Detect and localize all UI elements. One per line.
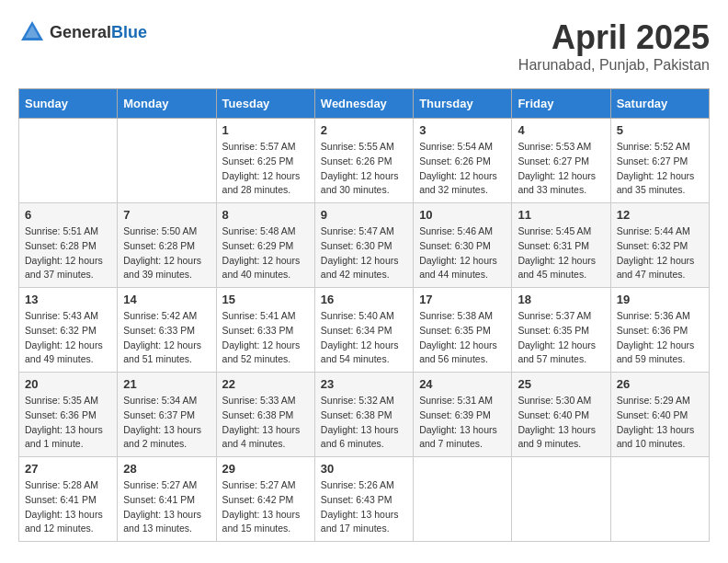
sunset-text: Sunset: 6:35 PM [419,325,491,336]
daylight-text: Daylight: 13 hours and 4 minutes. [222,424,301,450]
sunset-text: Sunset: 6:33 PM [222,325,294,336]
calendar-cell [414,457,512,542]
sunset-text: Sunset: 6:43 PM [321,494,392,505]
calendar-cell: 1 Sunrise: 5:57 AM Sunset: 6:25 PM Dayli… [216,119,314,203]
cell-details: Sunrise: 5:45 AM Sunset: 6:31 PM Dayligh… [518,224,604,282]
day-number: 18 [518,293,604,306]
cell-details: Sunrise: 5:36 AM Sunset: 6:36 PM Dayligh… [617,309,703,367]
logo: GeneralBlue [18,18,147,46]
day-number: 8 [222,208,309,222]
daylight-text: Daylight: 12 hours and 37 minutes. [25,255,103,281]
sunrise-text: Sunrise: 5:42 AM [123,310,197,321]
calendar-cell: 14 Sunrise: 5:42 AM Sunset: 6:33 PM Dayl… [118,288,216,373]
cell-details: Sunrise: 5:44 AM Sunset: 6:32 PM Dayligh… [617,224,703,282]
calendar-week-row: 1 Sunrise: 5:57 AM Sunset: 6:25 PM Dayli… [19,119,710,203]
calendar-table: Sunday Monday Tuesday Wednesday Thursday… [18,88,710,542]
sunset-text: Sunset: 6:33 PM [123,325,195,336]
daylight-text: Daylight: 12 hours and 30 minutes. [321,170,399,196]
cell-details: Sunrise: 5:42 AM Sunset: 6:33 PM Dayligh… [123,309,210,367]
cell-details: Sunrise: 5:28 AM Sunset: 6:41 PM Dayligh… [25,478,111,536]
calendar-week-row: 27 Sunrise: 5:28 AM Sunset: 6:41 PM Dayl… [19,457,710,542]
daylight-text: Daylight: 13 hours and 9 minutes. [518,424,596,450]
sunset-text: Sunset: 6:28 PM [123,240,195,251]
calendar-cell: 23 Sunrise: 5:32 AM Sunset: 6:38 PM Dayl… [314,373,413,457]
calendar-cell: 19 Sunrise: 5:36 AM Sunset: 6:36 PM Dayl… [610,288,709,373]
day-number: 13 [25,293,111,306]
sunrise-text: Sunrise: 5:43 AM [25,310,98,321]
sunrise-text: Sunrise: 5:45 AM [518,225,591,236]
day-number: 23 [321,377,407,391]
calendar-cell: 6 Sunrise: 5:51 AM Sunset: 6:28 PM Dayli… [19,203,118,288]
day-number: 22 [222,377,309,391]
col-saturday: Saturday [610,89,709,119]
sunrise-text: Sunrise: 5:32 AM [321,395,394,406]
sunrise-text: Sunrise: 5:41 AM [222,310,296,321]
cell-details: Sunrise: 5:51 AM Sunset: 6:28 PM Dayligh… [25,224,111,282]
cell-details: Sunrise: 5:29 AM Sunset: 6:40 PM Dayligh… [617,394,703,452]
sunrise-text: Sunrise: 5:44 AM [617,225,690,236]
calendar-cell [610,457,709,542]
cell-details: Sunrise: 5:37 AM Sunset: 6:35 PM Dayligh… [518,309,604,367]
sunset-text: Sunset: 6:41 PM [25,494,97,505]
sunrise-text: Sunrise: 5:37 AM [518,310,591,321]
calendar-week-row: 20 Sunrise: 5:35 AM Sunset: 6:36 PM Dayl… [19,373,710,457]
calendar-header-row: Sunday Monday Tuesday Wednesday Thursday… [19,89,710,119]
day-number: 26 [617,377,703,391]
calendar-cell: 12 Sunrise: 5:44 AM Sunset: 6:32 PM Dayl… [610,203,709,288]
calendar-cell: 11 Sunrise: 5:45 AM Sunset: 6:31 PM Dayl… [512,203,610,288]
sunset-text: Sunset: 6:28 PM [25,240,97,251]
sunset-text: Sunset: 6:27 PM [617,155,688,167]
cell-details: Sunrise: 5:34 AM Sunset: 6:37 PM Dayligh… [123,394,210,452]
calendar-cell [19,119,118,203]
sunrise-text: Sunrise: 5:30 AM [518,395,591,406]
logo-general-text: General [50,23,111,41]
calendar-cell: 30 Sunrise: 5:26 AM Sunset: 6:43 PM Dayl… [314,457,413,542]
day-number: 17 [419,293,506,306]
sunrise-text: Sunrise: 5:27 AM [222,479,296,490]
sunrise-text: Sunrise: 5:28 AM [25,479,98,490]
cell-details: Sunrise: 5:32 AM Sunset: 6:38 PM Dayligh… [321,394,407,452]
day-number: 1 [222,123,309,137]
calendar-cell: 8 Sunrise: 5:48 AM Sunset: 6:29 PM Dayli… [216,203,314,288]
daylight-text: Daylight: 12 hours and 39 minutes. [123,255,201,281]
sunrise-text: Sunrise: 5:51 AM [25,225,98,236]
cell-details: Sunrise: 5:50 AM Sunset: 6:28 PM Dayligh… [123,224,210,282]
daylight-text: Daylight: 12 hours and 32 minutes. [419,170,497,196]
sunset-text: Sunset: 6:38 PM [321,409,392,420]
day-number: 16 [321,293,407,306]
calendar-cell: 10 Sunrise: 5:46 AM Sunset: 6:30 PM Dayl… [414,203,512,288]
day-number: 6 [25,208,111,222]
cell-details: Sunrise: 5:26 AM Sunset: 6:43 PM Dayligh… [321,478,407,536]
sunset-text: Sunset: 6:37 PM [123,409,195,420]
col-tuesday: Tuesday [216,89,314,119]
sunset-text: Sunset: 6:26 PM [419,155,491,167]
sunrise-text: Sunrise: 5:38 AM [419,310,493,321]
daylight-text: Daylight: 12 hours and 49 minutes. [25,339,103,365]
daylight-text: Daylight: 13 hours and 2 minutes. [123,424,201,450]
daylight-text: Daylight: 13 hours and 6 minutes. [321,424,399,450]
daylight-text: Daylight: 12 hours and 33 minutes. [518,170,596,196]
sunrise-text: Sunrise: 5:57 AM [222,141,296,152]
daylight-text: Daylight: 13 hours and 17 minutes. [321,509,399,534]
sunrise-text: Sunrise: 5:26 AM [321,479,394,490]
daylight-text: Daylight: 12 hours and 52 minutes. [222,339,301,365]
sunrise-text: Sunrise: 5:40 AM [321,310,394,321]
cell-details: Sunrise: 5:43 AM Sunset: 6:32 PM Dayligh… [25,309,111,367]
calendar-cell: 26 Sunrise: 5:29 AM Sunset: 6:40 PM Dayl… [610,373,709,457]
cell-details: Sunrise: 5:48 AM Sunset: 6:29 PM Dayligh… [222,224,309,282]
daylight-text: Daylight: 12 hours and 59 minutes. [617,339,695,365]
sunset-text: Sunset: 6:30 PM [321,240,392,251]
sunset-text: Sunset: 6:35 PM [518,325,589,336]
daylight-text: Daylight: 12 hours and 54 minutes. [321,339,399,365]
sunrise-text: Sunrise: 5:50 AM [123,225,197,236]
daylight-text: Daylight: 13 hours and 10 minutes. [617,424,695,450]
col-sunday: Sunday [19,89,118,119]
sunset-text: Sunset: 6:42 PM [222,494,294,505]
day-number: 29 [222,462,309,476]
sunset-text: Sunset: 6:25 PM [222,155,294,167]
sunset-text: Sunset: 6:34 PM [321,325,392,336]
day-number: 10 [419,208,506,222]
daylight-text: Daylight: 13 hours and 15 minutes. [222,509,301,534]
sunset-text: Sunset: 6:30 PM [419,240,491,251]
cell-details: Sunrise: 5:57 AM Sunset: 6:25 PM Dayligh… [222,140,309,198]
